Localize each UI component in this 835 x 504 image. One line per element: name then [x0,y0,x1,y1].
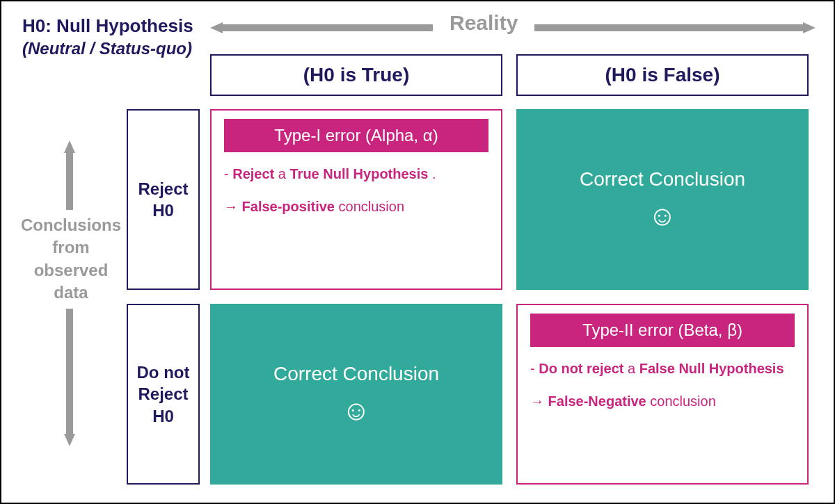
smile-icon: ☺ [342,395,371,426]
text: Reject [232,166,274,181]
svg-marker-1 [210,22,223,33]
diagram-title: H0: Null Hypothesis [22,15,193,37]
type2-error-header: Type-II error (Beta, β) [530,314,795,347]
text: True Null Hypothesis [290,166,429,181]
cell-correct-notreject-true: Correct Conclusion ☺ [210,304,502,485]
text: - [224,166,232,181]
type1-error-body: - Reject a True Null Hypothesis . → Fals… [224,165,488,216]
cell-type2-error: Type-II error (Beta, β) - Do not reject … [516,304,809,485]
text: a [628,361,639,376]
text: Do not reject [539,361,623,376]
type1-error-header: Type-I error (Alpha, α) [224,119,488,152]
type2-error-body: - Do not reject a False Null Hypothesis … [530,359,795,411]
row-header-reject: Reject H0 [127,109,200,290]
smile-icon: ☺ [649,200,677,231]
correct-conclusion-label: Correct Conclusion [273,363,439,385]
diagram-subtitle: (Neutral / Status-quo) [22,39,192,58]
row-header-not-reject: Do not Reject H0 [127,304,200,485]
correct-conclusion-label: Correct Conclusion [580,168,745,190]
text: . [432,166,436,181]
axis-label-reality: Reality [433,11,534,35]
text: False-Negative [548,393,646,409]
text: False-positive [242,199,335,214]
svg-marker-5 [64,434,75,446]
text: → [530,393,548,409]
text: - [530,361,539,376]
svg-marker-2 [803,22,816,33]
column-header-h0-true: (H0 is True) [210,54,502,96]
column-header-h0-false: (H0 is False) [516,54,809,96]
text: conclusion [339,199,405,214]
text: False Null Hypothesis [639,361,784,376]
text: → [224,199,242,214]
cell-correct-reject-false: Correct Conclusion ☺ [516,109,809,290]
cell-type1-error: Type-I error (Alpha, α) - Reject a True … [210,109,502,290]
text: a [278,166,290,181]
svg-marker-4 [64,140,75,153]
axis-label-conclusions: Conclusions from observed data [15,210,127,309]
text: conclusion [650,393,716,409]
